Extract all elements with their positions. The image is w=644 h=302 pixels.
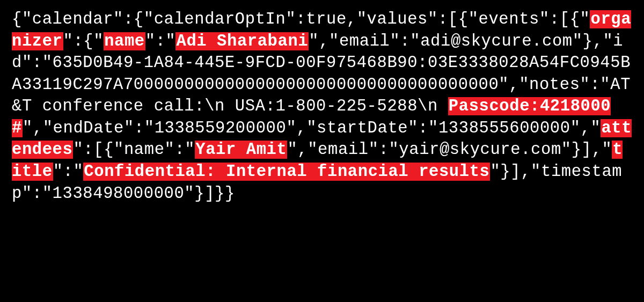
highlighted-segment: name <box>104 32 145 50</box>
highlighted-segment: Yair Amit <box>195 141 287 159</box>
plain-segment: ":" <box>53 163 84 181</box>
plain-segment: ","endDate":"1338559200000","startDate":… <box>23 119 601 137</box>
plain-segment: ":" <box>145 32 176 50</box>
plain-segment: {"calendar":{"calendarOptIn":true,"value… <box>12 10 590 28</box>
plain-segment: ":{" <box>63 32 104 50</box>
json-text: {"calendar":{"calendarOptIn":true,"value… <box>12 10 632 203</box>
plain-segment: ","email":"yair@skycure.com"}]," <box>287 141 612 159</box>
plain-segment: ":[{"name":" <box>73 141 195 159</box>
json-dump-view: {"calendar":{"calendarOptIn":true,"value… <box>0 0 644 302</box>
highlighted-segment: Confidential: Internal financial results <box>83 163 490 181</box>
highlighted-segment: Adi Sharabani <box>175 32 309 50</box>
